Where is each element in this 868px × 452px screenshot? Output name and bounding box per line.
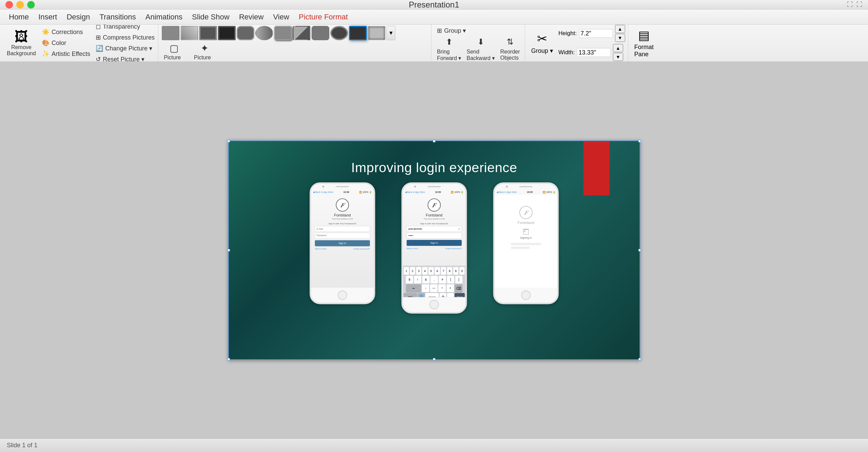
selection-handle-tl[interactable] (227, 140, 230, 142)
picture-style-1[interactable] (162, 26, 179, 40)
height-down-button[interactable]: ▼ (615, 34, 625, 42)
selection-handle-tm[interactable] (433, 140, 436, 142)
kb-key-4[interactable]: 4 (422, 267, 427, 275)
kb-key-multiply[interactable]: × (446, 284, 454, 292)
selection-handle-br[interactable] (638, 358, 641, 361)
selection-handle-mr[interactable] (638, 249, 641, 252)
kb-key-abc[interactable]: ABC (404, 293, 417, 297)
phone-3-back-link[interactable]: ◀ Back to App Store (496, 191, 517, 193)
kb-key-more[interactable]: ••• (406, 284, 421, 292)
kb-key-3[interactable]: 3 (416, 267, 421, 275)
phone-1-back-link[interactable]: ◀ Back to App Store (313, 191, 333, 193)
kb-key-dollar[interactable]: $ (406, 276, 413, 284)
phone-2-clear-icon[interactable]: ✕ (458, 227, 460, 230)
corrections-button[interactable]: ☀️ Corrections (40, 27, 92, 37)
transparency-button[interactable]: ◻ Transparency (94, 25, 157, 31)
maximize-button[interactable] (27, 1, 35, 9)
kb-key-at[interactable]: @ (439, 293, 446, 297)
picture-style-8[interactable] (293, 26, 311, 40)
crop-button[interactable]: ✂ Group ▾ (528, 30, 556, 57)
picture-effects-button[interactable]: ✦ PictureEffects ▾ (192, 42, 217, 62)
artistic-effects-button[interactable]: ✨ Artistic Effects (40, 49, 92, 59)
picture-style-7[interactable] (274, 26, 292, 40)
selection-handle-tr[interactable] (638, 140, 641, 142)
kb-key-9[interactable]: 9 (453, 267, 458, 275)
picture-style-10[interactable] (330, 26, 348, 40)
menu-review[interactable]: Review (234, 11, 268, 24)
phone-1-forgot-password[interactable]: Forgot password? (353, 248, 369, 250)
reset-picture-button[interactable]: ↺ Reset Picture ▾ (94, 55, 157, 62)
red-rectangle[interactable] (583, 141, 610, 196)
kb-key-divide[interactable]: ÷ (438, 284, 446, 292)
selection-handle-ml[interactable] (227, 249, 230, 252)
minimize-button[interactable] (16, 1, 24, 9)
width-down-button[interactable]: ▼ (613, 53, 623, 61)
remove-background-button[interactable]: 🖼 RemoveBackground (4, 28, 38, 59)
phone-2-what-is-this[interactable]: What is this? (407, 247, 419, 250)
phone-1-email-input[interactable] (315, 226, 370, 232)
picture-style-9[interactable] (312, 26, 329, 40)
kb-key-emdash[interactable]: — (430, 284, 437, 292)
picture-style-3[interactable] (199, 26, 217, 40)
menu-view[interactable]: View (268, 11, 294, 24)
group-button[interactable]: ⊞ Group ▾ (435, 26, 468, 35)
color-button[interactable]: 🎨 Color (40, 38, 92, 48)
phone-1-signin-button[interactable]: Sign In (315, 240, 370, 246)
selection-handle-bl[interactable] (227, 358, 230, 361)
phone-2-email-input[interactable] (407, 226, 462, 232)
kb-key-2[interactable]: 2 (410, 267, 415, 275)
kb-key-1[interactable]: 1 (404, 267, 409, 275)
kb-key-6[interactable]: 6 (435, 267, 440, 275)
menu-home[interactable]: Home (4, 11, 34, 24)
kb-key-7[interactable]: 7 (441, 267, 446, 275)
kb-key-ampersand[interactable]: & (422, 276, 429, 284)
kb-key-0[interactable]: 0 (459, 267, 464, 275)
height-input[interactable] (579, 29, 613, 38)
height-up-button[interactable]: ▲ (615, 25, 625, 33)
kb-key-comma[interactable]: , (430, 276, 438, 284)
picture-style-12[interactable] (368, 26, 385, 40)
phone-2-password-input[interactable] (407, 233, 462, 239)
phone-3-home-button[interactable] (521, 290, 531, 300)
menu-animations[interactable]: Animations (141, 11, 187, 24)
menu-picture-format[interactable]: Picture Format (294, 11, 352, 24)
phone-1-password-input[interactable] (315, 233, 370, 239)
kb-key-5[interactable]: 5 (428, 267, 433, 275)
phone-1-home-button[interactable] (337, 290, 347, 300)
kb-key-exclaim[interactable]: ! (414, 276, 421, 284)
picture-style-5[interactable] (237, 26, 254, 40)
kb-key-hash[interactable]: # (439, 276, 446, 284)
kb-key-delete[interactable]: ⌫ (455, 284, 462, 292)
picture-style-6[interactable] (255, 26, 273, 40)
window-controls[interactable] (5, 1, 35, 9)
menu-insert[interactable]: Insert (34, 11, 62, 24)
kb-key-space[interactable]: space (425, 293, 439, 297)
menu-slideshow[interactable]: Slide Show (187, 11, 234, 24)
bring-forward-button[interactable]: ⬆ BringForward ▾ (435, 36, 463, 62)
phone-1[interactable]: ◀ Back to App Store 10:08 📶 100% 🔋 𝑭 Fon… (310, 182, 375, 304)
phone-2-forgot-password[interactable]: Forgot password? (445, 247, 461, 250)
picture-style-selected[interactable] (349, 26, 367, 40)
picture-styles-more-button[interactable]: ▼ (386, 26, 395, 40)
picture-style-2[interactable] (180, 26, 198, 40)
reorder-objects-button[interactable]: ⇅ ReorderObjects (498, 36, 522, 62)
width-up-button[interactable]: ▲ (613, 44, 623, 52)
menu-design[interactable]: Design (62, 11, 95, 24)
kb-key-next[interactable]: Next (454, 293, 464, 297)
kb-key-bracket-close[interactable]: ] (455, 276, 462, 284)
picture-border-button[interactable]: ▢ PictureBorder ▾ (162, 42, 186, 62)
kb-key-bracket-open[interactable]: [ (447, 276, 454, 284)
close-button[interactable] (5, 1, 13, 9)
kb-key-globe[interactable]: 🌐 (418, 293, 425, 297)
slide-canvas-wrapper[interactable]: Improving login experience ◀ Back to App… (0, 62, 868, 438)
phone-1-what-is-this[interactable]: What is this? (315, 248, 327, 250)
change-picture-button[interactable]: 🔄 Change Picture ▾ (94, 44, 157, 53)
kb-key-minus[interactable]: − (422, 284, 429, 292)
kb-key-period[interactable]: . (447, 293, 454, 297)
phone-2[interactable]: ◀ Back to App Store 16:09 📶 100% 🔋 𝑭 Fon… (401, 182, 467, 314)
compress-pictures-button[interactable]: ⊞ Compress Pictures (94, 33, 157, 42)
phone-2-home-button[interactable] (429, 300, 439, 310)
phone-3[interactable]: ◀ Back to App Store 16:09 📶 100% 🔋 𝑭 Fon… (493, 182, 559, 304)
width-input[interactable] (577, 48, 611, 57)
phone-2-back-link[interactable]: ◀ Back to App Store (405, 191, 425, 193)
